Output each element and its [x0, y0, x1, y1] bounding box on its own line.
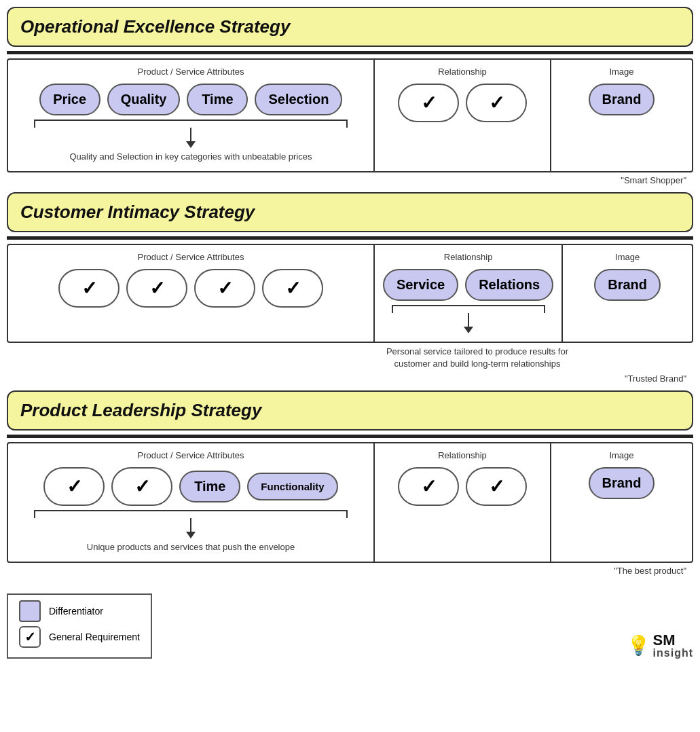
sm-insight-logo: 💡 SM insight [627, 633, 693, 659]
strategy-header-customer: Customer Intimacy Strategy [7, 192, 693, 232]
pill-item: Quality [107, 84, 181, 115]
product-label: Product / Service Attributes [16, 450, 365, 460]
legend-box: Differentiator✓General Requirement [7, 593, 152, 659]
image-label: Image [571, 252, 684, 262]
legend-differentiator: Differentiator [19, 600, 140, 622]
pill-item: Functionality [247, 473, 337, 500]
pill-item: ✓ [398, 84, 459, 122]
pill-item: Brand [589, 84, 655, 115]
bottom-row: Differentiator✓General Requirement 💡 SM … [7, 587, 693, 659]
image-items-row: Brand [559, 467, 684, 499]
bracket-arrow [16, 120, 365, 148]
col-product-operational: Product / Service AttributesPriceQuality… [8, 60, 375, 171]
annotation-operational: Quality and Selection in key categories … [16, 151, 365, 163]
bracket-arrow [16, 510, 365, 538]
product-label: Product / Service Attributes [16, 252, 365, 262]
product-label: Product / Service Attributes [16, 67, 365, 77]
arrow-line [190, 128, 191, 141]
logo-sm: SM [653, 633, 676, 648]
pill-item: Service [383, 269, 458, 301]
logo-text: SM insight [653, 633, 693, 659]
relationship-items-row: ✓✓ [383, 467, 542, 506]
image-items-row: Brand [559, 84, 684, 115]
annotation-customer: Personal service tailored to produce res… [373, 346, 581, 370]
bracket-line [34, 510, 348, 518]
quote-product: "The best product" [7, 566, 693, 576]
pill-item: Time [179, 471, 240, 502]
relationship-label: Relationship [383, 252, 553, 262]
arrow-line [190, 518, 191, 532]
strategy-title-product: Product Leadership Strategy [20, 400, 680, 421]
pill-item: ✓ [398, 467, 459, 506]
strategy-grid-product: Product / Service Attributes✓✓TimeFuncti… [7, 442, 693, 563]
pill-item: ✓ [58, 269, 119, 308]
pill-item: Price [39, 84, 100, 115]
strategy-grid-operational: Product / Service AttributesPriceQuality… [7, 58, 693, 172]
pill-item: Time [187, 84, 248, 115]
strategy-header-product: Product Leadership Strategy [7, 390, 693, 431]
arrow-head [186, 532, 196, 538]
bracket-arrow [383, 305, 553, 333]
pill-item: ✓ [262, 269, 323, 308]
divider-customer [7, 236, 693, 240]
col-image-operational: ImageBrand [551, 60, 692, 171]
pill-item: Brand [594, 269, 661, 301]
arrow-line [468, 313, 469, 327]
legend-check-box: ✓ [19, 626, 41, 648]
image-label: Image [559, 67, 684, 77]
arrow-head [186, 141, 196, 148]
divider-operational [7, 51, 693, 54]
strategy-title-operational: Operational Excellence Strategy [20, 16, 680, 37]
legend-general-req-label: General Requirement [49, 632, 140, 642]
quote-operational: "Smart Shopper" [7, 175, 693, 185]
bracket-line [34, 120, 348, 128]
bulb-icon: 💡 [627, 634, 650, 657]
strategy-title-customer: Customer Intimacy Strategy [20, 202, 680, 223]
col-relationship-operational: Relationship✓✓ [375, 60, 551, 171]
pill-item: Selection [255, 84, 342, 115]
legend-general-req: ✓General Requirement [19, 626, 140, 648]
col-relationship-product: Relationship✓✓ [375, 443, 551, 562]
image-label: Image [559, 450, 684, 460]
legend-differentiator-label: Differentiator [49, 606, 103, 617]
col-product-product: Product / Service Attributes✓✓TimeFuncti… [8, 443, 375, 562]
strategy-grid-customer: Product / Service Attributes✓✓✓✓Relation… [7, 244, 693, 343]
pill-item: ✓ [466, 84, 527, 122]
relationship-items-row: ✓✓ [383, 84, 542, 122]
col-relationship-customer: RelationshipServiceRelations [375, 245, 563, 342]
col-image-product: ImageBrand [551, 443, 692, 562]
quote-customer: "Trusted Brand" [7, 373, 693, 384]
pill-item: ✓ [43, 467, 105, 506]
strategy-header-operational: Operational Excellence Strategy [7, 7, 693, 47]
pill-item: Relations [465, 269, 553, 301]
bracket-line [392, 305, 545, 313]
relationship-label: Relationship [383, 450, 542, 460]
product-items-row: ✓✓TimeFunctionality [16, 467, 365, 506]
col-image-customer: ImageBrand [563, 245, 692, 342]
col-product-customer: Product / Service Attributes✓✓✓✓ [8, 245, 375, 342]
logo-insight: insight [653, 648, 693, 659]
pill-item: ✓ [111, 467, 172, 506]
product-items-row: PriceQualityTimeSelection [16, 84, 365, 115]
divider-product [7, 435, 693, 438]
pill-item: ✓ [126, 269, 187, 308]
pill-item: ✓ [194, 269, 255, 308]
pill-item: ✓ [466, 467, 527, 506]
relationship-label: Relationship [383, 67, 542, 77]
product-items-row: ✓✓✓✓ [16, 269, 365, 308]
arrow-head [464, 327, 473, 333]
legend-square [19, 600, 41, 622]
relationship-items-row: ServiceRelations [383, 269, 553, 301]
pill-item: Brand [589, 467, 655, 499]
image-items-row: Brand [571, 269, 684, 301]
annotation-product: Unique products and services that push t… [16, 541, 365, 553]
